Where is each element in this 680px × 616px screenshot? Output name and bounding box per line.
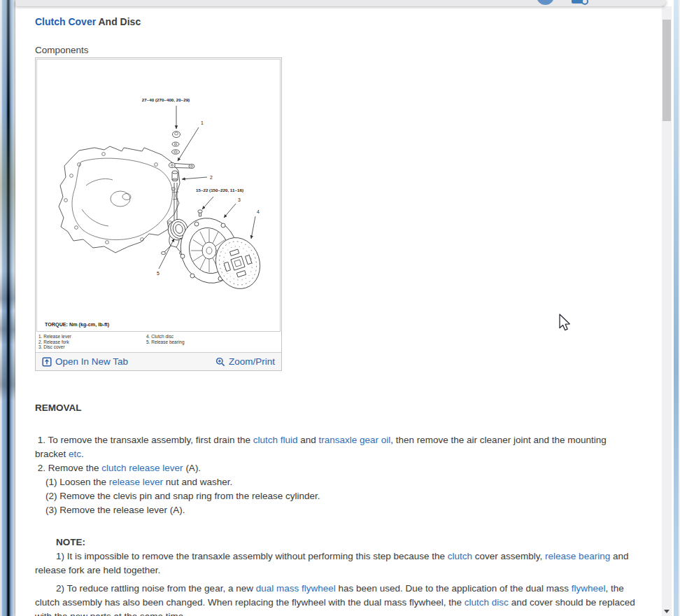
note-heading: NOTE: xyxy=(35,536,638,550)
removal-substep-3: (3) Remove the release lever (A). xyxy=(35,503,638,517)
components-label: Components xyxy=(35,45,645,55)
zoom-print-label: Zoom/Print xyxy=(229,356,275,367)
components-figure: 27~40 (270~400, 20~29) 15~22 (150~220, 1… xyxy=(35,57,282,371)
open-in-new-tab-button[interactable]: Open In New Tab xyxy=(42,356,128,367)
background-right-strip xyxy=(674,0,679,616)
avatar-icon[interactable] xyxy=(537,0,554,5)
removal-step-2: 2. Remove the clutch release lever (A). xyxy=(35,461,638,475)
link-transaxle-gear-oil[interactable]: transaxle gear oil xyxy=(318,435,390,445)
figure-toolbar: Open In New Tab Zoom/Print xyxy=(36,352,281,370)
callout-4: 4 xyxy=(257,209,260,214)
print-icon[interactable] xyxy=(572,0,586,4)
torque-upper-label: 27~40 (270~400, 20~29) xyxy=(142,97,190,102)
removal-substep-2: (2) Remove the clevis pin and snap ring … xyxy=(35,489,638,503)
top-header-bar xyxy=(15,0,666,6)
title-link[interactable]: Clutch Cover xyxy=(35,16,96,27)
bolt-drawing xyxy=(198,210,202,216)
vertical-scrollbar-thumb[interactable] xyxy=(663,20,671,121)
transaxle-housing-drawing xyxy=(59,146,180,253)
callout-5: 5 xyxy=(157,271,160,276)
torque-note: TORQUE: Nm (kg-cm, lb-ft) xyxy=(45,321,110,328)
torque-lower-label: 15~22 (150~220, 11~16) xyxy=(196,188,243,192)
legend-item: 1. Release lever xyxy=(38,334,71,340)
vertical-scrollbar-track[interactable] xyxy=(662,6,672,616)
link-flywheel[interactable]: flywheel xyxy=(572,583,606,594)
legend-item: 5. Release bearing xyxy=(146,340,185,345)
removal-substep-1: (1) Loosen the release lever nut and was… xyxy=(35,475,638,489)
link-release-bearing[interactable]: release bearing xyxy=(545,551,610,561)
legend-item: 2. Release fork xyxy=(38,340,71,345)
clutch-diagram-image[interactable]: 27~40 (270~400, 20~29) 15~22 (150~220, 1… xyxy=(36,59,281,332)
scrollbar-down-arrow-icon[interactable] xyxy=(664,610,670,613)
open-in-new-tab-icon xyxy=(42,357,52,367)
note-item-2: 2) To reduce rattling noise from the gea… xyxy=(35,582,638,616)
zoom-plus-icon xyxy=(215,357,225,367)
print-badge xyxy=(581,0,588,5)
link-dual-mass-flywheel[interactable]: dual mass flywheel xyxy=(256,583,336,594)
removal-step-1: 1. To remove the transaxle assembly, fir… xyxy=(35,433,638,461)
removal-heading: REMOVAL xyxy=(35,401,638,415)
callout-1: 1 xyxy=(201,120,204,125)
link-clutch-release-lever[interactable]: clutch release lever xyxy=(101,463,183,473)
link-release-lever[interactable]: release lever xyxy=(109,477,163,487)
legend-item: 3. Disc cover xyxy=(38,344,71,350)
callout-2: 2 xyxy=(210,175,213,180)
title-rest: And Disc xyxy=(96,16,141,27)
note-item-1: 1) It is impossible to remove the transa… xyxy=(35,550,638,578)
zoom-print-button[interactable]: Zoom/Print xyxy=(215,356,275,367)
link-etc[interactable]: etc xyxy=(69,449,81,459)
link-clutch-fluid[interactable]: clutch fluid xyxy=(253,435,298,445)
link-clutch[interactable]: clutch xyxy=(448,551,472,561)
background-left-strip xyxy=(0,0,15,616)
callout-3: 3 xyxy=(238,197,241,202)
link-clutch-disc[interactable]: clutch disc xyxy=(465,597,509,608)
page-title: Clutch Cover And Disc xyxy=(35,16,645,27)
legend-item: 4. Clutch disc xyxy=(146,334,185,340)
open-in-new-tab-label: Open In New Tab xyxy=(55,356,128,367)
mouse-cursor xyxy=(558,314,571,333)
figure-legend: 1. Release lever 2. Release fork 3. Disc… xyxy=(36,332,281,352)
